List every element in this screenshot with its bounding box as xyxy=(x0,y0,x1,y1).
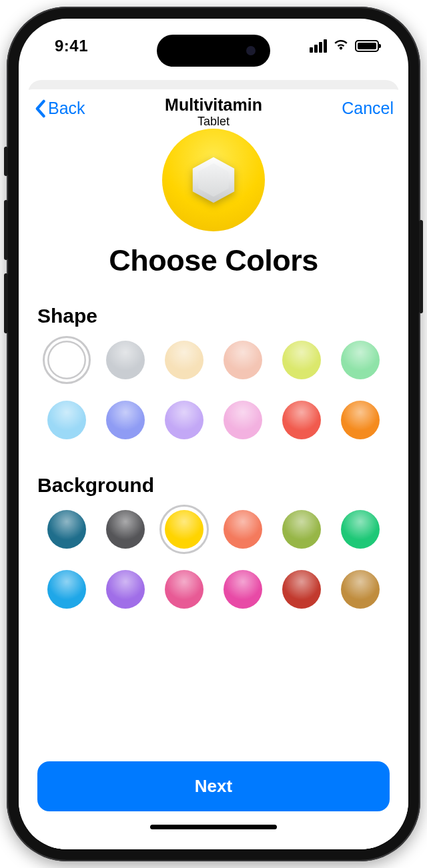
nav-bar: Back Multivitamin Tablet Cancel xyxy=(19,89,408,125)
background-swatch-teal[interactable] xyxy=(47,510,86,549)
shape-swatch-orange[interactable] xyxy=(341,401,380,439)
spacer xyxy=(37,635,390,761)
background-swatch-bronze[interactable] xyxy=(341,570,380,609)
shape-swatch-cream[interactable] xyxy=(165,341,203,379)
background-swatch-olive[interactable] xyxy=(282,510,321,549)
background-swatch-yellow[interactable] xyxy=(165,510,203,549)
shape-swatch-grid xyxy=(37,341,390,439)
background-swatch-crimson[interactable] xyxy=(282,570,321,609)
background-swatch-grid xyxy=(37,510,390,609)
background-swatch-charcoal[interactable] xyxy=(106,510,145,549)
medication-preview xyxy=(37,129,390,231)
background-swatch-magenta[interactable] xyxy=(224,570,262,609)
page-heading: Choose Colors xyxy=(37,243,390,278)
shape-swatch-red[interactable] xyxy=(282,401,321,439)
shape-swatch-lavender[interactable] xyxy=(165,401,203,439)
screen: 9:41 Back Multivitamin Tablet xyxy=(19,19,408,849)
battery-icon xyxy=(355,40,379,52)
shape-section-label: Shape xyxy=(37,305,390,327)
status-time: 9:41 xyxy=(55,37,88,55)
chevron-left-icon xyxy=(33,99,47,118)
shape-swatch-peach[interactable] xyxy=(224,341,262,379)
shape-swatch-sky[interactable] xyxy=(47,401,86,439)
shape-swatch-silver[interactable] xyxy=(106,341,145,379)
shape-swatch-mint[interactable] xyxy=(341,341,380,379)
background-swatch-purple[interactable] xyxy=(106,570,145,609)
mute-switch xyxy=(4,147,8,176)
background-section-label: Background xyxy=(37,474,390,497)
shape-swatch-lime[interactable] xyxy=(282,341,321,379)
content: Choose Colors Shape Background Next xyxy=(19,125,408,849)
dynamic-island xyxy=(157,35,270,67)
background-swatch-rose[interactable] xyxy=(165,570,203,609)
background-swatch-blue[interactable] xyxy=(47,570,86,609)
shape-swatch-pink[interactable] xyxy=(224,401,262,439)
shape-swatch-white[interactable] xyxy=(47,341,86,379)
volume-up xyxy=(4,200,8,260)
background-swatch-green[interactable] xyxy=(341,510,380,549)
device-frame: 9:41 Back Multivitamin Tablet xyxy=(7,7,420,861)
back-label: Back xyxy=(48,99,85,118)
status-icons xyxy=(310,38,379,54)
next-button[interactable]: Next xyxy=(37,761,390,811)
background-swatch-coral[interactable] xyxy=(224,510,262,549)
home-indicator xyxy=(150,825,277,829)
preview-background xyxy=(162,129,265,231)
cellular-icon xyxy=(310,39,327,53)
back-button[interactable]: Back xyxy=(33,99,85,118)
power-button xyxy=(419,220,423,313)
modal-sheet: Back Multivitamin Tablet Cancel xyxy=(19,89,408,849)
volume-down xyxy=(4,273,8,333)
cancel-button[interactable]: Cancel xyxy=(342,99,394,118)
shape-swatch-periwinkle[interactable] xyxy=(106,401,145,439)
tablet-hexagon-icon xyxy=(187,154,240,206)
wifi-icon xyxy=(332,38,350,54)
